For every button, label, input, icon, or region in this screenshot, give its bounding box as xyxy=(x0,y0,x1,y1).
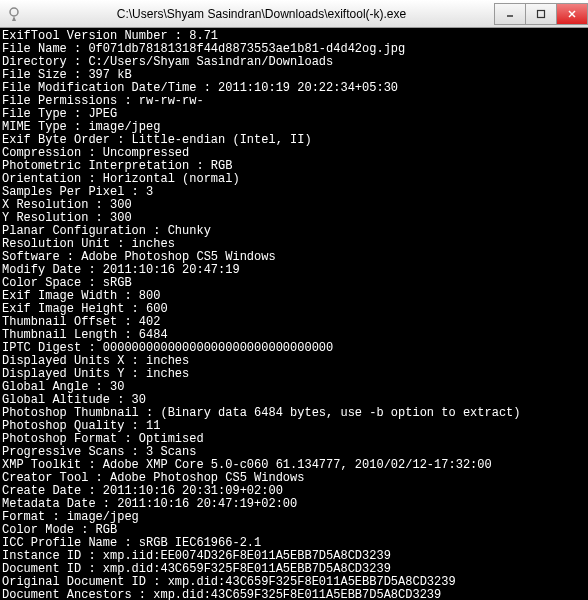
svg-point-0 xyxy=(10,8,18,16)
titlebar: C:\Users\Shyam Sasindran\Downloads\exift… xyxy=(0,0,588,28)
minimize-button[interactable] xyxy=(494,3,526,25)
svg-rect-2 xyxy=(538,10,545,17)
window-title: C:\Users\Shyam Sasindran\Downloads\exift… xyxy=(28,7,495,21)
output-line: Document Ancestors : xmp.did:43C659F325F… xyxy=(2,589,586,600)
window: C:\Users\Shyam Sasindran\Downloads\exift… xyxy=(0,0,588,600)
console-output[interactable]: ExifTool Version Number : 8.71File Name … xyxy=(0,28,588,600)
window-buttons xyxy=(495,3,588,25)
app-icon xyxy=(4,4,24,24)
close-button[interactable] xyxy=(556,3,588,25)
maximize-button[interactable] xyxy=(525,3,557,25)
